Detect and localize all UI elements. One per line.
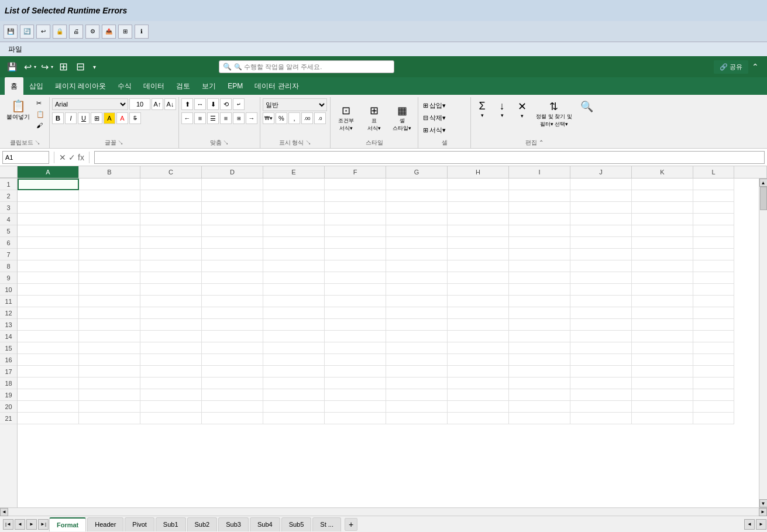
cell-B15[interactable]	[79, 342, 140, 354]
cell-A14[interactable]	[18, 331, 79, 342]
cell-A9[interactable]	[18, 272, 79, 284]
cell-L19[interactable]	[693, 389, 734, 401]
cut-btn[interactable]: ✂	[34, 98, 47, 108]
cell-G11[interactable]	[386, 296, 448, 307]
col-header-j[interactable]: J	[570, 166, 632, 178]
format-painter-btn[interactable]: 🖌	[34, 121, 47, 130]
cell-J15[interactable]	[570, 342, 632, 354]
align-right-btn[interactable]: ≡	[220, 112, 232, 124]
cell-J20[interactable]	[570, 401, 632, 413]
cell-D14[interactable]	[202, 331, 263, 342]
cell-C2[interactable]	[140, 190, 202, 202]
col-header-k[interactable]: K	[632, 166, 693, 178]
cell-A17[interactable]	[18, 366, 79, 377]
cell-H13[interactable]	[448, 319, 509, 331]
cell-D21[interactable]	[202, 413, 263, 424]
cell-A16[interactable]	[18, 354, 79, 366]
cell-J1[interactable]	[570, 179, 632, 190]
cell-K19[interactable]	[632, 389, 693, 401]
cell-I8[interactable]	[509, 260, 570, 272]
cell-H14[interactable]	[448, 331, 509, 342]
cell-K3[interactable]	[632, 202, 693, 214]
cell-H16[interactable]	[448, 354, 509, 366]
cell-I4[interactable]	[509, 214, 570, 225]
row-num-8[interactable]: 8	[0, 260, 17, 272]
row-num-10[interactable]: 10	[0, 284, 17, 296]
cell-F5[interactable]	[325, 225, 386, 237]
cell-E3[interactable]	[263, 202, 325, 214]
cell-F17[interactable]	[325, 366, 386, 377]
cell-F12[interactable]	[325, 307, 386, 319]
cell-E17[interactable]	[263, 366, 325, 377]
redo-dropdown[interactable]: ▾	[51, 64, 53, 70]
cell-L7[interactable]	[693, 249, 734, 260]
cell-J14[interactable]	[570, 331, 632, 342]
cell-G9[interactable]	[386, 272, 448, 284]
cell-L14[interactable]	[693, 331, 734, 342]
cell-C19[interactable]	[140, 389, 202, 401]
qa-save-btn[interactable]: 💾	[5, 61, 19, 73]
cell-H10[interactable]	[448, 284, 509, 296]
cell-H6[interactable]	[448, 237, 509, 249]
cell-E13[interactable]	[263, 319, 325, 331]
cell-K21[interactable]	[632, 413, 693, 424]
cell-B5[interactable]	[79, 225, 140, 237]
cell-D13[interactable]	[202, 319, 263, 331]
cell-L20[interactable]	[693, 401, 734, 413]
cell-F6[interactable]	[325, 237, 386, 249]
format-cell-btn[interactable]: ⊞ 서식▾	[421, 125, 448, 136]
cell-J16[interactable]	[570, 354, 632, 366]
cell-E10[interactable]	[263, 284, 325, 296]
row-num-17[interactable]: 17	[0, 366, 17, 377]
cell-E4[interactable]	[263, 214, 325, 225]
cell-L10[interactable]	[693, 284, 734, 296]
cell-K17[interactable]	[632, 366, 693, 377]
cell-H7[interactable]	[448, 249, 509, 260]
col-header-i[interactable]: I	[509, 166, 570, 178]
cell-E16[interactable]	[263, 354, 325, 366]
row-num-11[interactable]: 11	[0, 296, 17, 307]
h-scroll-right-tabs-btn[interactable]: ►	[756, 519, 766, 530]
cell-G21[interactable]	[386, 413, 448, 424]
cell-K5[interactable]	[632, 225, 693, 237]
cell-C11[interactable]	[140, 296, 202, 307]
cell-A3[interactable]	[18, 202, 79, 214]
cell-K14[interactable]	[632, 331, 693, 342]
cell-F2[interactable]	[325, 190, 386, 202]
cell-D10[interactable]	[202, 284, 263, 296]
cell-H12[interactable]	[448, 307, 509, 319]
cell-E9[interactable]	[263, 272, 325, 284]
cell-G18[interactable]	[386, 377, 448, 389]
cell-F14[interactable]	[325, 331, 386, 342]
tab-data-manager[interactable]: 데이터 관리자	[249, 77, 304, 95]
cell-C15[interactable]	[140, 342, 202, 354]
col-header-a[interactable]: A	[18, 166, 79, 178]
formula-cancel-btn[interactable]: ✕	[59, 153, 66, 162]
cell-C21[interactable]	[140, 413, 202, 424]
formula-input[interactable]	[94, 151, 765, 164]
font-color-btn[interactable]: A	[116, 112, 128, 124]
cell-D11[interactable]	[202, 296, 263, 307]
cell-B11[interactable]	[79, 296, 140, 307]
align-left-btn[interactable]: ≡	[194, 112, 206, 124]
redo-btn[interactable]: ↪	[40, 60, 50, 74]
sheet-tab-pivot[interactable]: Pivot	[125, 517, 154, 531]
file-menu-label[interactable]: 파일	[5, 43, 26, 56]
cell-G2[interactable]	[386, 190, 448, 202]
cell-I10[interactable]	[509, 284, 570, 296]
cell-K12[interactable]	[632, 307, 693, 319]
cell-G4[interactable]	[386, 214, 448, 225]
cell-H5[interactable]	[448, 225, 509, 237]
cell-D9[interactable]	[202, 272, 263, 284]
font-shrink-btn[interactable]: A↓	[164, 98, 176, 110]
row-num-15[interactable]: 15	[0, 342, 17, 354]
sap-layout-btn[interactable]: ⚙	[85, 25, 99, 39]
merge-btn[interactable]: ⊞	[233, 112, 245, 124]
cell-C12[interactable]	[140, 307, 202, 319]
col-header-b[interactable]: B	[79, 166, 140, 178]
cell-B21[interactable]	[79, 413, 140, 424]
table-format-btn[interactable]: ⊞ 표서식▾	[361, 102, 387, 134]
add-sheet-btn[interactable]: +	[345, 518, 357, 531]
cell-K20[interactable]	[632, 401, 693, 413]
col-header-f[interactable]: F	[325, 166, 386, 178]
